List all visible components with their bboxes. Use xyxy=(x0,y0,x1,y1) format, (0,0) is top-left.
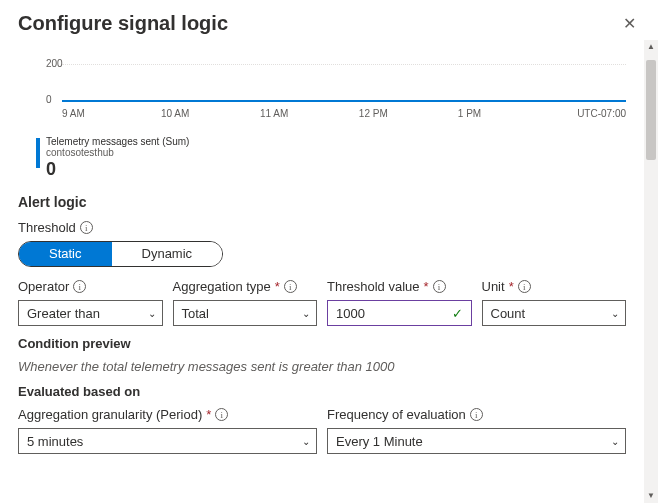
required-marker: * xyxy=(509,279,514,294)
chart-ytick: 200 xyxy=(46,58,63,69)
metric-chart: 200 0 9 AM 10 AM 11 AM 12 PM 1 PM UTC-07… xyxy=(18,58,626,118)
scrollbar-thumb[interactable] xyxy=(646,60,656,160)
threshold-dynamic-pill[interactable]: Dynamic xyxy=(112,242,223,266)
chart-xtick: 9 AM xyxy=(62,108,161,119)
info-icon[interactable]: i xyxy=(80,221,93,234)
threshold-value-input[interactable]: 1000 ✓ xyxy=(327,300,472,326)
legend-current-value: 0 xyxy=(46,160,189,178)
scroll-down-icon[interactable]: ▼ xyxy=(644,489,658,503)
chevron-down-icon: ⌄ xyxy=(302,436,310,447)
legend-resource: contosotesthub xyxy=(46,147,189,158)
chevron-down-icon: ⌄ xyxy=(611,308,619,319)
unit-label: Unit xyxy=(482,279,505,294)
threshold-static-pill[interactable]: Static xyxy=(19,242,112,266)
unit-select[interactable]: Count ⌄ xyxy=(482,300,627,326)
chevron-down-icon: ⌄ xyxy=(611,436,619,447)
chart-legend: Telemetry messages sent (Sum) contosotes… xyxy=(36,136,626,178)
info-icon[interactable]: i xyxy=(73,280,86,293)
chart-xtick: 1 PM xyxy=(458,108,557,119)
chart-ytick: 0 xyxy=(46,94,52,105)
info-icon[interactable]: i xyxy=(284,280,297,293)
operator-label: Operator xyxy=(18,279,69,294)
alert-logic-heading: Alert logic xyxy=(18,194,626,210)
condition-preview-text: Whenever the total telemetry messages se… xyxy=(18,359,626,374)
scroll-up-icon[interactable]: ▲ xyxy=(644,40,658,54)
content-scroll: 200 0 9 AM 10 AM 11 AM 12 PM 1 PM UTC-07… xyxy=(0,40,644,503)
threshold-label: Threshold xyxy=(18,220,76,235)
unit-value: Count xyxy=(491,306,526,321)
close-icon[interactable]: ✕ xyxy=(619,10,640,37)
threshold-toggle[interactable]: Static Dynamic xyxy=(18,241,223,267)
chart-xtick: 10 AM xyxy=(161,108,260,119)
chevron-down-icon: ⌄ xyxy=(302,308,310,319)
operator-value: Greater than xyxy=(27,306,100,321)
info-icon[interactable]: i xyxy=(215,408,228,421)
chart-xtick: 12 PM xyxy=(359,108,458,119)
info-icon[interactable]: i xyxy=(518,280,531,293)
page-title: Configure signal logic xyxy=(18,12,228,35)
info-icon[interactable]: i xyxy=(433,280,446,293)
legend-swatch xyxy=(36,138,40,168)
frequency-select[interactable]: Every 1 Minute ⌄ xyxy=(327,428,626,454)
operator-select[interactable]: Greater than ⌄ xyxy=(18,300,163,326)
chart-xtick: UTC-07:00 xyxy=(557,108,626,119)
checkmark-icon: ✓ xyxy=(452,306,463,321)
aggregation-type-label: Aggregation type xyxy=(173,279,271,294)
chart-xaxis: 9 AM 10 AM 11 AM 12 PM 1 PM UTC-07:00 xyxy=(62,108,626,119)
legend-series-name: Telemetry messages sent (Sum) xyxy=(46,136,189,147)
chart-xtick: 11 AM xyxy=(260,108,359,119)
aggregation-type-select[interactable]: Total ⌄ xyxy=(173,300,318,326)
granularity-value: 5 minutes xyxy=(27,434,83,449)
threshold-value-label: Threshold value xyxy=(327,279,420,294)
aggregation-type-value: Total xyxy=(182,306,209,321)
chart-gridline xyxy=(62,64,626,65)
required-marker: * xyxy=(424,279,429,294)
info-icon[interactable]: i xyxy=(470,408,483,421)
required-marker: * xyxy=(206,407,211,422)
chevron-down-icon: ⌄ xyxy=(148,308,156,319)
frequency-value: Every 1 Minute xyxy=(336,434,423,449)
threshold-value: 1000 xyxy=(336,306,365,321)
frequency-label: Frequency of evaluation xyxy=(327,407,466,422)
vertical-scrollbar[interactable]: ▲ ▼ xyxy=(644,40,658,503)
granularity-label: Aggregation granularity (Period) xyxy=(18,407,202,422)
condition-preview-label: Condition preview xyxy=(18,336,626,351)
required-marker: * xyxy=(275,279,280,294)
granularity-select[interactable]: 5 minutes ⌄ xyxy=(18,428,317,454)
chart-baseline xyxy=(62,100,626,102)
evaluated-heading: Evaluated based on xyxy=(18,384,626,399)
